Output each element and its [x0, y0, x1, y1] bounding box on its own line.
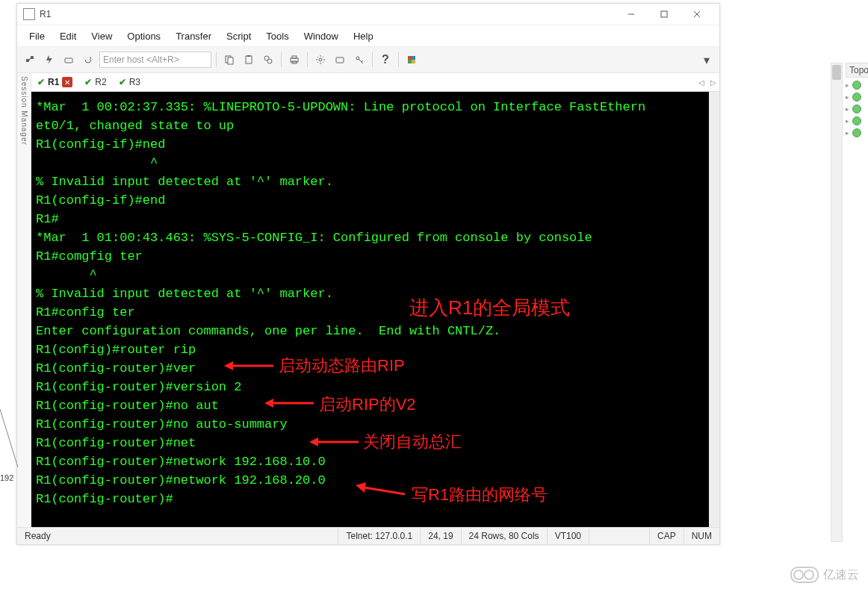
terminal-line: R1(config-if)#end [36, 191, 715, 210]
host-placeholder: Enter host <Alt+R> [103, 54, 179, 65]
terminal-line: R1(config-router)#no aut [36, 396, 715, 415]
tabs-next[interactable]: ▷ [707, 78, 719, 87]
session-options-icon[interactable] [332, 52, 348, 68]
svg-rect-11 [246, 56, 252, 63]
connect-icon[interactable] [22, 52, 38, 68]
session-tabs: ✔ R1 ✕ ✔ R2 ✔ R3 ◁ ▷ [31, 73, 719, 92]
terminal-scrollbar-thumb[interactable] [710, 443, 719, 525]
topology-node[interactable]: ▸ [846, 128, 868, 137]
topology-panel: Topol ▸ ▸ ▸ ▸ ▸ [846, 63, 868, 137]
svg-line-24 [323, 62, 323, 63]
terminal-line: *Mar 1 00:02:37.335: %LINEPROTO-5-UPDOWN… [36, 98, 715, 116]
menu-window[interactable]: Window [297, 29, 346, 43]
status-capslock: CAP [650, 528, 684, 544]
copy-icon[interactable] [221, 52, 238, 68]
svg-point-14 [267, 59, 272, 63]
svg-line-23 [317, 57, 318, 57]
terminal-line: R1#config ter [36, 303, 715, 322]
outer-scrollbar[interactable] [831, 63, 843, 542]
statusbar: Ready Telnet: 127.0.0.1 24, 19 24 Rows, … [17, 527, 719, 544]
terminal-line: R1(config-router)#net [36, 434, 715, 452]
tab-r1[interactable]: ✔ R1 ✕ [31, 73, 78, 91]
maximize-button[interactable] [648, 4, 681, 25]
tab-r3[interactable]: ✔ R3 [113, 73, 146, 91]
terminal-line: R1(config-router)#network 192.168.20.0 [36, 471, 715, 490]
svg-rect-4 [26, 59, 29, 62]
topology-node[interactable]: ▸ [846, 93, 868, 102]
terminal-line: R1(config)#router rip [36, 340, 715, 359]
tab-label: R3 [129, 77, 140, 87]
toolbar-overflow[interactable]: ▾ [698, 52, 715, 68]
svg-rect-8 [65, 58, 72, 63]
svg-rect-1 [661, 11, 667, 17]
palette-icon[interactable] [403, 52, 420, 68]
topology-node[interactable]: ▸ [846, 81, 868, 90]
close-button[interactable] [681, 4, 713, 25]
menu-script[interactable]: Script [219, 29, 258, 43]
menu-options[interactable]: Options [120, 29, 168, 43]
check-icon: ✔ [37, 77, 45, 87]
svg-rect-5 [31, 56, 34, 59]
terminal-line: R1(config-router)# [36, 490, 715, 508]
status-numlock: NUM [684, 528, 719, 544]
status-cursor-pos: 24, 19 [421, 528, 461, 544]
svg-point-18 [319, 58, 322, 61]
paste-icon[interactable] [241, 52, 257, 68]
toolbar: Enter host <Alt+R> ? ▾ [17, 47, 719, 73]
terminal-line: R1(config-if)#ned [36, 135, 715, 154]
menu-file[interactable]: File [22, 29, 52, 43]
menu-help[interactable]: Help [346, 29, 381, 43]
status-ready: Ready [17, 528, 338, 544]
topology-node[interactable]: ▸ [846, 116, 868, 125]
tab-label: R2 [95, 77, 106, 87]
svg-rect-32 [412, 56, 415, 60]
session-manager-label: Session Manager [20, 76, 28, 146]
quick-connect-icon[interactable] [41, 52, 58, 68]
app-window: R1 File Edit View Options Transfer Scrip… [16, 3, 720, 545]
key-icon[interactable] [351, 52, 368, 68]
minimize-button[interactable] [615, 4, 648, 25]
topology-node[interactable]: ▸ [846, 105, 868, 113]
menu-edit[interactable]: Edit [52, 29, 84, 43]
tab-label: R1 [48, 77, 59, 87]
svg-rect-34 [412, 60, 415, 63]
topology-header: Topol [846, 63, 868, 78]
terminal[interactable]: *Mar 1 00:02:37.335: %LINEPROTO-5-UPDOWN… [31, 92, 719, 527]
settings-icon[interactable] [312, 52, 329, 68]
svg-marker-7 [46, 55, 52, 64]
print-icon[interactable] [286, 52, 303, 68]
app-icon [23, 8, 35, 20]
host-input[interactable]: Enter host <Alt+R> [99, 52, 211, 68]
svg-line-26 [323, 57, 323, 57]
tabs-prev[interactable]: ◁ [695, 78, 707, 87]
svg-rect-27 [336, 57, 344, 63]
terminal-line: R1(config-router)#version 2 [36, 378, 715, 396]
menu-tools[interactable]: Tools [258, 29, 296, 43]
tab-r2[interactable]: ✔ R2 [78, 73, 112, 91]
terminal-line: % Invalid input detected at '^' marker. [36, 172, 715, 191]
menu-view[interactable]: View [84, 29, 120, 43]
status-dimensions: 24 Rows, 80 Cols [462, 528, 548, 544]
terminal-line: % Invalid input detected at '^' marker. [36, 284, 715, 303]
menubar: File Edit View Options Transfer Script T… [17, 25, 719, 47]
find-icon[interactable] [260, 52, 276, 68]
terminal-line: Enter configuration commands, one per li… [36, 322, 715, 340]
terminal-line: R1(config-router)#network 192.168.10.0 [36, 452, 715, 471]
menu-transfer[interactable]: Transfer [168, 29, 219, 43]
svg-line-25 [317, 62, 318, 63]
disconnect-icon[interactable] [80, 52, 96, 68]
status-emulation: VT100 [548, 528, 589, 544]
terminal-line: R1(config-router)#no auto-summary [36, 415, 715, 434]
window-title: R1 [40, 9, 51, 19]
tab-close-icon[interactable]: ✕ [62, 77, 72, 87]
help-icon[interactable]: ? [377, 52, 394, 68]
reconnect-icon[interactable] [61, 52, 77, 68]
svg-rect-16 [292, 56, 297, 58]
svg-line-43 [0, 409, 18, 467]
watermark-text: 亿速云 [823, 567, 859, 583]
terminal-line: et0/1, changed state to up [36, 116, 715, 135]
check-icon: ✔ [119, 77, 126, 87]
svg-line-6 [29, 57, 31, 60]
terminal-line: R1#comgfig ter [36, 247, 715, 266]
terminal-line: R1# [36, 210, 715, 228]
